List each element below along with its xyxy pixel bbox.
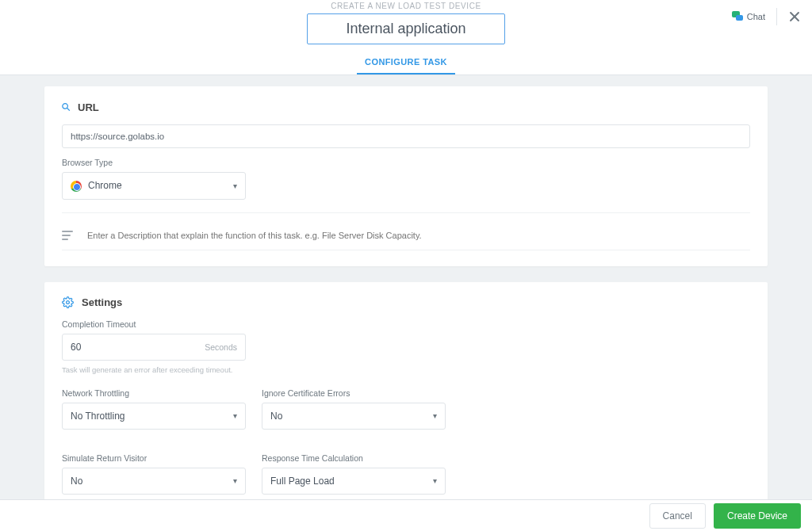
page-header: CREATE A NEW LOAD TEST DEVICE CONFIGURE … (0, 0, 812, 75)
ignore-cert-label: Ignore Certificate Errors (262, 388, 446, 398)
chevron-down-icon: ▾ (233, 411, 237, 420)
simulate-return-value: No (71, 476, 82, 487)
completion-timeout-field[interactable]: Seconds (62, 334, 246, 361)
completion-timeout-unit: Seconds (205, 342, 237, 352)
svg-point-0 (67, 300, 70, 304)
ignore-cert-select[interactable]: No ▾ (262, 403, 446, 430)
settings-card: Settings Completion Timeout Seconds Task… (44, 282, 768, 510)
response-time-select[interactable]: Full Page Load ▾ (262, 468, 446, 495)
section-title-url: URL (78, 101, 99, 113)
simulate-return-label: Simulate Return Visitor (62, 453, 246, 463)
browser-type-select[interactable]: Chrome ▾ (62, 172, 246, 200)
chat-icon (732, 11, 743, 22)
device-name-input[interactable] (307, 13, 505, 44)
ignore-cert-value: No (270, 411, 282, 422)
chevron-down-icon: ▾ (233, 476, 237, 485)
completion-timeout-input[interactable] (71, 334, 205, 360)
network-throttling-select[interactable]: No Throttling ▾ (62, 403, 246, 430)
paragraph-icon (62, 231, 73, 240)
browser-type-label: Browser Type (62, 158, 246, 167)
description-row (62, 226, 750, 250)
header-supertitle: CREATE A NEW LOAD TEST DEVICE (0, 2, 812, 10)
content-scroll[interactable]: ⚲ URL Browser Type Chrome ▾ Settings Co (0, 75, 812, 510)
cancel-button[interactable]: Cancel (649, 503, 706, 529)
network-throttling-label: Network Throttling (62, 388, 246, 398)
link-icon: ⚲ (59, 100, 73, 114)
completion-timeout-hint: Task will generate an error after exceed… (62, 365, 750, 374)
close-icon[interactable] (788, 10, 801, 23)
device-name-wrap (0, 13, 812, 44)
header-tabs: CONFIGURE TASK (0, 52, 812, 74)
chat-button[interactable]: Chat (732, 11, 765, 22)
header-actions: Chat (732, 8, 801, 25)
gear-icon (62, 296, 74, 308)
chrome-icon (71, 181, 82, 192)
completion-timeout-label: Completion Timeout (62, 319, 750, 329)
footer-bar: Cancel Create Device (0, 499, 812, 531)
browser-type-value: Chrome (88, 180, 122, 191)
divider (776, 8, 777, 25)
chevron-down-icon: ▾ (233, 181, 237, 190)
divider (62, 212, 750, 213)
chevron-down-icon: ▾ (433, 476, 437, 485)
chevron-down-icon: ▾ (433, 411, 437, 420)
chat-label: Chat (747, 12, 765, 21)
create-device-button[interactable]: Create Device (714, 503, 801, 529)
network-throttling-value: No Throttling (71, 411, 124, 422)
section-title-settings: Settings (82, 296, 122, 308)
description-input[interactable] (87, 226, 750, 245)
response-time-value: Full Page Load (270, 476, 335, 487)
simulate-return-select[interactable]: No ▾ (62, 468, 246, 495)
tab-configure-task[interactable]: CONFIGURE TASK (357, 52, 455, 74)
url-input[interactable] (62, 124, 750, 148)
response-time-label: Response Time Calculation (262, 453, 446, 463)
url-card: ⚲ URL Browser Type Chrome ▾ (44, 86, 768, 266)
